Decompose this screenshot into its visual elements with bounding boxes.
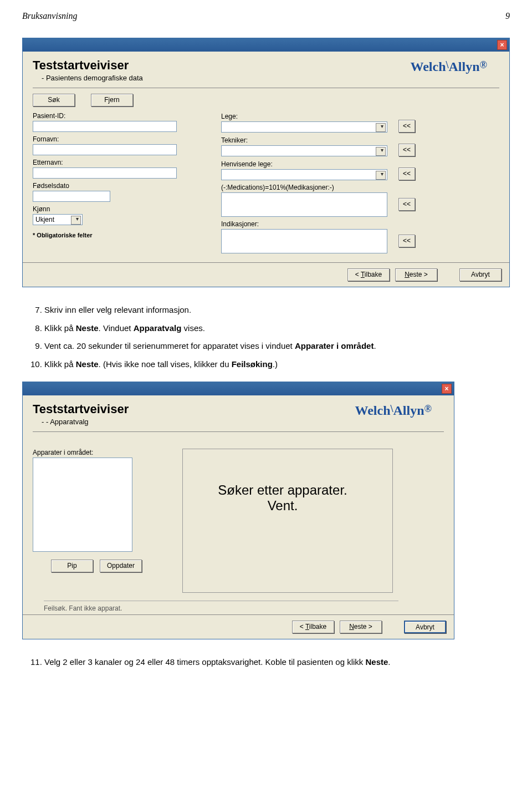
medications-textarea[interactable] — [221, 192, 387, 217]
label-patientid: Pasient-ID: — [33, 112, 199, 120]
firstname-input[interactable] — [33, 144, 177, 155]
wizard-window-demographics: × Teststartveiviser - Pasientens demogra… — [22, 38, 510, 287]
close-icon[interactable]: × — [442, 384, 452, 394]
back-button[interactable]: < Tilbake — [347, 268, 390, 281]
doctor-select[interactable] — [221, 121, 387, 133]
cancel-button[interactable]: Avbryt — [404, 621, 446, 633]
brand-logo: Welch\Allyn® — [355, 403, 432, 418]
wizard-footer: < Tilbake Neste > Avbryt — [23, 614, 454, 639]
technician-select[interactable] — [221, 145, 387, 156]
label-devices: Apparater i området: — [33, 449, 160, 456]
indications-textarea[interactable] — [221, 229, 387, 253]
technician-history-button[interactable]: << — [398, 144, 415, 156]
status-text: Feilsøk. Fant ikke apparat. — [44, 601, 398, 612]
label-refdoc: Henvisende lege: — [221, 160, 394, 168]
patientid-input[interactable] — [33, 121, 177, 132]
step-7: Skriv inn eller velg relevant informasjo… — [44, 304, 510, 317]
wizard-window-device: × Teststartveiviser - - Apparatvalg Welc… — [22, 382, 454, 639]
scan-panel: Søker etter apparater. Vent. — [182, 449, 393, 593]
wizard-subtitle: - Pasientens demografiske data — [42, 74, 499, 82]
lastname-input[interactable] — [33, 167, 177, 179]
label-indications: Indikasjoner: — [221, 220, 394, 228]
label-dob: Fødselsdato — [33, 182, 199, 190]
page-header: Bruksanvisning 9 — [22, 11, 510, 21]
step-10: Klikk på Neste. (Hvis ikke noe tall vise… — [44, 358, 510, 371]
titlebar: × — [23, 382, 454, 395]
divider — [33, 88, 499, 88]
update-button[interactable]: Oppdater — [100, 560, 142, 572]
pip-button[interactable]: Pip — [51, 560, 93, 572]
gender-select[interactable]: Ukjent — [33, 214, 83, 225]
step-8: Klikk på Neste. Vinduet Apparatvalg vise… — [44, 322, 510, 335]
divider — [33, 431, 444, 432]
indications-history-button[interactable]: << — [398, 235, 415, 247]
label-firstname: Fornavn: — [33, 135, 199, 143]
next-button[interactable]: Neste > — [395, 268, 437, 281]
header-left: Bruksanvisning — [22, 11, 78, 21]
step-9: Vent ca. 20 sekunder til serienummeret f… — [44, 340, 510, 353]
brand-logo: Welch\Allyn® — [411, 59, 487, 74]
dob-input[interactable] — [33, 191, 110, 202]
doctor-history-button[interactable]: << — [398, 120, 415, 133]
step-11: Velg 2 eller 3 kanaler og 24 eller 48 ti… — [44, 656, 510, 669]
next-button[interactable]: Neste > — [340, 621, 382, 633]
back-button[interactable]: < Tilbake — [292, 621, 334, 633]
wizard-subtitle: - - Apparatvalg — [42, 418, 444, 426]
label-technician: Tekniker: — [221, 136, 394, 144]
scan-message: Søker etter apparater. Vent. — [183, 482, 382, 514]
titlebar: × — [23, 38, 509, 52]
wizard-footer: < Tilbake Neste > Avbryt — [23, 262, 509, 287]
instruction-list-1: Skriv inn eller velg relevant informasjo… — [22, 304, 510, 370]
header-right: 9 — [505, 11, 510, 21]
medications-history-button[interactable]: << — [398, 198, 415, 211]
search-button[interactable]: Søk — [33, 94, 75, 106]
devices-listbox[interactable] — [33, 458, 132, 552]
refdoc-select[interactable] — [221, 169, 387, 180]
instruction-list-2: Velg 2 eller 3 kanaler og 24 eller 48 ti… — [22, 656, 510, 669]
clear-button[interactable]: Fjern — [91, 94, 133, 106]
label-medications: (-:Medications)=101%(Medikasjoner:-) — [221, 184, 394, 191]
close-icon[interactable]: × — [497, 40, 507, 50]
cancel-button[interactable]: Avbryt — [459, 268, 502, 281]
label-lastname: Etternavn: — [33, 159, 199, 166]
mandatory-note: * Obligatoriske felter — [33, 232, 199, 238]
label-doctor: Lege: — [221, 113, 394, 120]
label-gender: Kjønn — [33, 205, 199, 213]
refdoc-history-button[interactable]: << — [398, 167, 415, 180]
